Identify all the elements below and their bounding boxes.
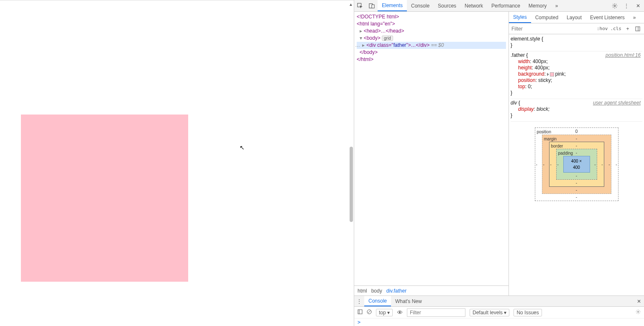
- log-levels-selector[interactable]: Default levels ▾: [470, 309, 509, 316]
- rule-source-link[interactable]: position.html:16: [606, 52, 641, 59]
- svg-point-10: [399, 311, 401, 313]
- dom-panel: <!DOCTYPE html> <html lang="en"> ▸<head>…: [354, 12, 509, 295]
- hov-toggle[interactable]: :hov: [597, 26, 608, 31]
- close-devtools-icon[interactable]: ✕: [632, 0, 644, 12]
- settings-gear-icon[interactable]: [609, 0, 621, 12]
- tab-computed[interactable]: Computed: [531, 12, 562, 23]
- device-toolbar-icon[interactable]: [366, 0, 378, 12]
- tab-network[interactable]: Network: [460, 0, 487, 11]
- devtools-panel: Elements Console Sources Network Perform…: [354, 0, 644, 326]
- clear-console-icon[interactable]: [367, 309, 372, 316]
- dom-line-selected[interactable]: ▸<div class="father">…</div> == $0: [357, 42, 506, 49]
- expand-shorthand-icon[interactable]: [547, 73, 549, 76]
- father-div[interactable]: [21, 115, 188, 282]
- new-rule-plus-icon[interactable]: +: [624, 25, 631, 33]
- color-swatch-icon[interactable]: [550, 72, 554, 76]
- console-context-selector[interactable]: top ▾: [376, 309, 393, 316]
- rule-father[interactable]: position.html:16 .father { width: 400px;…: [511, 51, 642, 99]
- more-styles-tabs-icon[interactable]: »: [629, 12, 640, 23]
- tab-memory[interactable]: Memory: [524, 0, 551, 11]
- svg-rect-2: [372, 5, 374, 8]
- live-expression-eye-icon[interactable]: [397, 310, 403, 316]
- box-model-position[interactable]: position 0 - - - margin - - - -: [535, 127, 618, 201]
- drawer-tab-whatsnew[interactable]: What's New: [391, 296, 426, 306]
- tab-layout[interactable]: Layout: [562, 12, 586, 23]
- devtools-topbar: Elements Console Sources Network Perform…: [354, 0, 644, 12]
- dom-line-html-open[interactable]: <html lang="en">: [357, 20, 506, 28]
- dom-tree[interactable]: <!DOCTYPE html> <html lang="en"> ▸<head>…: [354, 12, 509, 285]
- dom-line-body-close[interactable]: </body>: [357, 49, 506, 56]
- styles-filter-input[interactable]: [511, 26, 594, 32]
- scroll-up-arrow[interactable]: ▲: [349, 2, 353, 7]
- dom-breadcrumb: html body div.father: [354, 285, 509, 295]
- tab-sources[interactable]: Sources: [434, 0, 460, 11]
- dom-line-head[interactable]: ▸<head>…</head>: [357, 28, 506, 35]
- console-sidebar-toggle-icon[interactable]: [358, 309, 363, 316]
- styles-rules[interactable]: element.style {} position.html:16 .fathe…: [509, 34, 644, 295]
- tab-event-listeners[interactable]: Event Listeners: [586, 12, 629, 23]
- svg-point-3: [614, 5, 616, 7]
- box-model-margin[interactable]: margin - - - - border - - - -: [542, 135, 611, 194]
- tab-console[interactable]: Console: [407, 0, 434, 11]
- styles-tabs: Styles Computed Layout Event Listeners »: [509, 12, 644, 23]
- inspect-element-icon[interactable]: [354, 0, 366, 12]
- rendered-page[interactable]: ▲ ↖: [0, 0, 354, 326]
- cls-toggle[interactable]: .cls: [611, 26, 622, 31]
- box-model-border[interactable]: border - - - - padding - - -: [549, 142, 604, 187]
- console-settings-gear-icon[interactable]: [636, 309, 641, 316]
- drawer-close-icon[interactable]: ✕: [634, 298, 644, 304]
- crumb-body[interactable]: body: [371, 288, 382, 294]
- crumb-html[interactable]: html: [358, 288, 367, 294]
- expand-icon[interactable]: ▸: [362, 42, 366, 49]
- box-model-content[interactable]: 400 × 400: [563, 156, 590, 173]
- dom-line-html-close[interactable]: </html>: [357, 56, 506, 63]
- rule-element-style[interactable]: element.style {}: [511, 35, 642, 51]
- dom-line-doctype[interactable]: <!DOCTYPE html>: [357, 13, 506, 20]
- svg-line-9: [368, 311, 371, 313]
- mouse-cursor-icon: ↖: [240, 144, 245, 151]
- svg-point-11: [638, 311, 639, 313]
- tab-performance[interactable]: Performance: [487, 0, 524, 11]
- crumb-selected[interactable]: div.father: [386, 288, 406, 294]
- dom-line-body-open[interactable]: ▾<body> grid: [357, 35, 506, 42]
- svg-rect-6: [358, 310, 362, 314]
- page-scrollbar-thumb[interactable]: [350, 147, 353, 222]
- more-tabs-icon[interactable]: »: [551, 0, 562, 12]
- collapse-icon[interactable]: ▾: [360, 35, 364, 42]
- console-prompt[interactable]: >: [354, 318, 644, 326]
- rule-div-ua[interactable]: user agent stylesheet div { display: blo…: [511, 99, 642, 122]
- box-model[interactable]: position 0 - - - margin - - - -: [511, 122, 642, 207]
- expand-icon[interactable]: ▸: [360, 28, 364, 35]
- grid-badge[interactable]: grid: [382, 36, 393, 41]
- drawer-tabs: ⋮ Console What's New ✕: [354, 296, 644, 307]
- rule-source-ua: user agent stylesheet: [593, 100, 641, 106]
- tab-elements[interactable]: Elements: [378, 0, 407, 11]
- tab-styles[interactable]: Styles: [509, 12, 531, 23]
- toggle-sidebar-icon[interactable]: [634, 25, 641, 33]
- styles-filterbar: :hov .cls +: [509, 23, 644, 34]
- devtools-main-tabs: Elements Console Sources Network Perform…: [378, 0, 562, 11]
- styles-panel: Styles Computed Layout Event Listeners »…: [509, 12, 644, 295]
- kebab-menu-icon[interactable]: ⋮: [621, 0, 632, 12]
- issues-badge[interactable]: No Issues: [514, 309, 542, 316]
- console-toolbar: top ▾ Default levels ▾ No Issues: [354, 307, 644, 318]
- console-filter-input[interactable]: [407, 308, 465, 317]
- box-model-padding[interactable]: padding - - - - 400 × 400: [556, 149, 597, 180]
- console-drawer: ⋮ Console What's New ✕ top ▾ Default lev…: [354, 295, 644, 326]
- svg-rect-4: [636, 27, 640, 31]
- drawer-tab-console[interactable]: Console: [364, 296, 391, 306]
- drawer-menu-icon[interactable]: ⋮: [354, 298, 364, 304]
